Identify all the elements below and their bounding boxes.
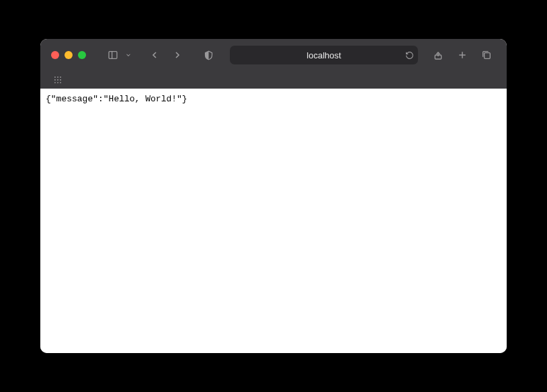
window-controls xyxy=(51,51,86,59)
toolbar: localhost xyxy=(40,39,507,71)
sidebar-toggle-button[interactable] xyxy=(103,46,122,64)
tabs-overview-button[interactable] xyxy=(477,46,496,64)
address-bar[interactable]: localhost xyxy=(230,46,418,64)
sidebar-menu-chevron[interactable] xyxy=(124,46,133,64)
minimize-window-button[interactable] xyxy=(65,51,73,59)
titlebar: localhost xyxy=(40,39,507,89)
new-tab-button[interactable] xyxy=(453,46,472,64)
tab-strip xyxy=(40,71,507,89)
svg-rect-0 xyxy=(109,52,117,59)
svg-point-11 xyxy=(57,79,58,81)
svg-point-7 xyxy=(54,77,56,78)
fullscreen-window-button[interactable] xyxy=(78,51,86,59)
svg-point-15 xyxy=(60,82,61,83)
tab-grid-icon[interactable] xyxy=(51,73,65,87)
svg-point-10 xyxy=(54,79,56,81)
svg-point-12 xyxy=(60,79,61,81)
privacy-shield-icon[interactable] xyxy=(199,46,218,64)
reload-button[interactable] xyxy=(405,51,414,60)
back-button[interactable] xyxy=(145,46,164,64)
browser-window: localhost xyxy=(40,39,507,353)
address-bar-text: localhost xyxy=(306,50,341,60)
svg-point-14 xyxy=(57,82,58,83)
share-button[interactable] xyxy=(429,46,448,64)
svg-point-8 xyxy=(57,77,58,78)
page-content[interactable]: {"message":"Hello, World!"} xyxy=(40,89,507,353)
svg-point-13 xyxy=(54,82,56,83)
svg-point-9 xyxy=(60,77,61,78)
close-window-button[interactable] xyxy=(51,51,59,59)
forward-button[interactable] xyxy=(168,46,187,64)
svg-rect-6 xyxy=(485,53,491,59)
